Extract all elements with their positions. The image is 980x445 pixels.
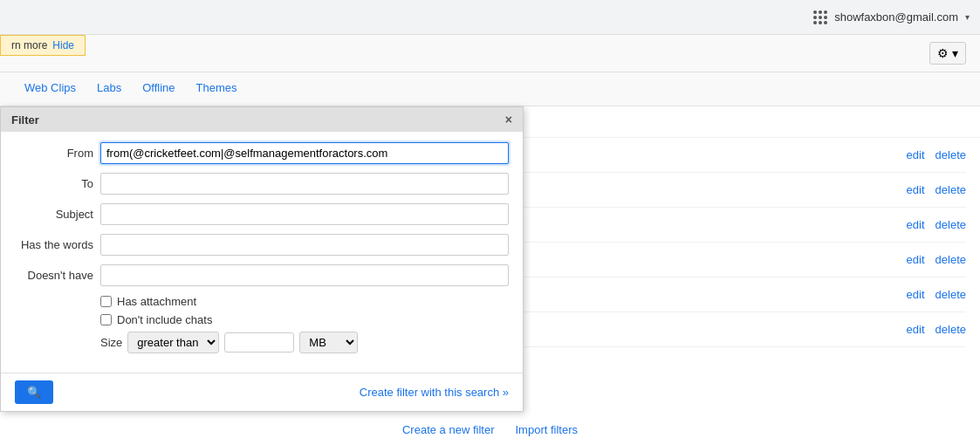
delete-link[interactable]: delete — [935, 148, 966, 161]
size-value-input[interactable] — [224, 332, 294, 353]
footer-links: Create a new filter Import filters — [0, 409, 980, 445]
has-attachment-label: Has attachment — [117, 295, 196, 308]
edit-link[interactable]: edit — [907, 288, 925, 301]
gear-button[interactable]: ⚙ ▾ — [929, 42, 966, 65]
has-attachment-row: Has attachment — [15, 295, 509, 308]
size-row: Size greater than less than MB KB Bytes — [15, 332, 509, 353]
hide-link[interactable]: Hide — [52, 39, 74, 51]
top-bar-right: showfaxbon@gmail.com ▾ — [813, 10, 970, 24]
gear-icon: ⚙ — [937, 46, 949, 60]
filter-body: From To Subject Has the words — [1, 132, 523, 373]
learn-more-bar: rn more Hide — [0, 35, 86, 56]
size-unit-select[interactable]: MB KB Bytes — [299, 332, 358, 353]
delete-link[interactable]: delete — [935, 218, 966, 231]
to-field: To — [15, 173, 509, 195]
content-section: Filter × From To Subject — [0, 106, 980, 445]
tab-offline[interactable]: Offline — [132, 72, 185, 106]
dont-include-chats-checkbox[interactable] — [100, 314, 112, 325]
doesnt-have-field: Doesn't have — [15, 264, 509, 286]
delete-link[interactable]: delete — [935, 183, 966, 196]
create-new-filter-link[interactable]: Create a new filter — [402, 423, 495, 436]
has-words-input[interactable] — [100, 234, 509, 256]
edit-link[interactable]: edit — [907, 218, 925, 231]
search-icon: 🔍 — [27, 386, 41, 399]
gear-dropdown-arrow: ▾ — [952, 46, 958, 60]
learn-more-text: rn more — [11, 39, 47, 51]
edit-link[interactable]: edit — [907, 323, 925, 336]
from-input[interactable] — [100, 142, 509, 164]
to-input[interactable] — [100, 173, 509, 195]
page-wrapper: showfaxbon@gmail.com ▾ rn more Hide ⚙ ▾ … — [0, 0, 980, 445]
tab-labs[interactable]: Labs — [86, 72, 132, 106]
has-words-field: Has the words — [15, 234, 509, 256]
edit-link[interactable]: edit — [907, 183, 925, 196]
has-words-label: Has the words — [15, 238, 93, 251]
doesnt-have-label: Doesn't have — [15, 269, 93, 282]
tab-themes[interactable]: Themes — [186, 72, 248, 106]
filter-footer: 🔍 Create filter with this search » — [1, 373, 523, 411]
search-button[interactable]: 🔍 — [15, 380, 53, 404]
delete-link[interactable]: delete — [935, 323, 966, 336]
edit-link[interactable]: edit — [907, 253, 925, 266]
dont-include-chats-row: Don't include chats — [15, 313, 509, 326]
filter-dialog-header: Filter × — [1, 107, 523, 132]
subject-label: Subject — [15, 208, 93, 221]
edit-link[interactable]: edit — [907, 148, 925, 161]
has-attachment-checkbox[interactable] — [100, 296, 112, 307]
to-label: To — [15, 177, 93, 190]
user-dropdown-arrow[interactable]: ▾ — [965, 12, 970, 22]
create-filter-link[interactable]: Create filter with this search » — [360, 386, 509, 399]
dont-include-chats-label: Don't include chats — [117, 313, 212, 326]
from-field: From — [15, 142, 509, 164]
from-label: From — [15, 147, 93, 160]
user-email: showfaxbon@gmail.com — [834, 10, 958, 24]
delete-link[interactable]: delete — [935, 253, 966, 266]
doesnt-have-input[interactable] — [100, 264, 509, 286]
subject-field: Subject — [15, 203, 509, 225]
size-comparator-select[interactable]: greater than less than — [127, 332, 219, 353]
tab-web-clips[interactable]: Web Clips — [14, 72, 86, 106]
import-filters-link[interactable]: Import filters — [515, 423, 578, 436]
filter-dialog: Filter × From To Subject — [0, 106, 524, 412]
subject-input[interactable] — [100, 203, 509, 225]
settings-area: rn more Hide ⚙ ▾ — [0, 35, 980, 72]
size-label: Size — [100, 336, 122, 349]
tabs-bar: Web Clips Labs Offline Themes — [0, 72, 980, 106]
delete-link[interactable]: delete — [935, 288, 966, 301]
grid-icon[interactable] — [813, 10, 827, 24]
close-button[interactable]: × — [505, 113, 512, 127]
filter-dialog-title: Filter — [11, 113, 39, 127]
top-bar: showfaxbon@gmail.com ▾ — [0, 0, 980, 35]
